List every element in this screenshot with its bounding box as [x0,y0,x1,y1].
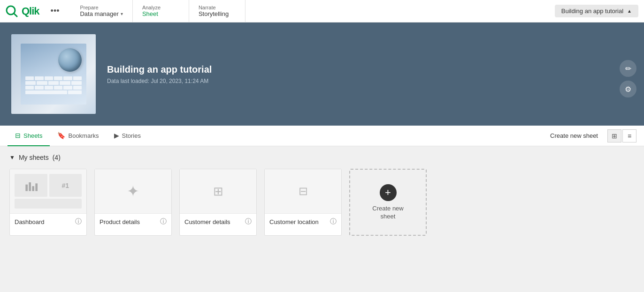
qlik-logo-icon [6,5,18,17]
svg-rect-4 [32,186,34,191]
my-sheets-header: ▼ My sheets (4) [9,154,635,161]
sheet-card-customer-location[interactable]: ⊟ Customer location ⓘ [264,169,342,236]
nav-analyze-bottom: Sheet [142,10,179,17]
app-title-button[interactable]: Building an app tutorial ▲ [555,5,638,17]
customer-details-footer: Customer details ⓘ [180,214,256,230]
stories-tab-label: Stories [122,132,141,139]
settings-icon-button[interactable]: ⚙ [620,81,636,97]
dashboard-footer: Dashboard ⓘ [10,214,86,230]
hero-title: Building an app tutorial [107,64,212,75]
content-area: ▼ My sheets (4) #1 Dashboard ⓘ [0,146,644,292]
svg-line-1 [14,14,17,16]
customer-details-thumbnail: ⊞ [180,169,256,214]
customer-details-info-icon[interactable]: ⓘ [245,217,252,226]
sheet-card-dashboard[interactable]: #1 Dashboard ⓘ [9,169,87,236]
customer-location-name: Customer location [269,218,319,225]
hero-subtitle: Data last loaded: Jul 20, 2023, 11:24 AM [107,78,212,84]
my-sheets-label: My sheets [19,154,49,161]
app-thumbnail [11,34,96,114]
dashboard-info-icon[interactable]: ⓘ [75,217,82,226]
nav-analyze[interactable]: Analyze Sheet [133,0,189,22]
sheet-grid: #1 Dashboard ⓘ ✦ Product details ⓘ ⊞ [9,169,635,236]
keyboard-graphic [25,76,82,95]
top-nav: Qlik ••• Prepare Data manager ▾ Analyze … [0,0,644,22]
sheets-tab-icon: ⊟ [15,132,21,139]
nav-analyze-top: Analyze [142,5,179,10]
thumbnail-inner [21,44,86,105]
grid-icon: ⊞ [213,184,223,199]
sheet-card-customer-details[interactable]: ⊞ Customer details ⓘ [179,169,257,236]
dashboard-thumbnail: #1 [10,169,86,214]
app-title-label: Building an app tutorial [561,7,623,15]
logo-label: Qlik [22,5,39,17]
stories-tab-icon: ▶ [114,132,119,139]
my-sheets-count: (4) [53,154,61,161]
product-thumbnail: ✦ [95,169,171,214]
wide-cell [15,199,82,209]
nav-prepare-bottom: Data manager [80,10,118,17]
table-icon: ⊟ [299,185,308,198]
customer-location-info-icon[interactable]: ⓘ [330,217,337,226]
dashboard-thumb-icons: #1 [10,169,86,213]
create-sheet-label: Create newsheet [372,205,403,221]
tab-bookmarks[interactable]: 🔖 Bookmarks [50,126,106,146]
view-toggle: ⊞ ≡ [607,129,636,142]
tab-stories[interactable]: ▶ Stories [107,126,148,146]
grid-view-icon: ⊞ [612,132,617,140]
svg-rect-3 [29,182,31,191]
grid-view-button[interactable]: ⊞ [607,129,621,142]
gear-icon: ⚙ [625,85,631,94]
hash-cell: #1 [49,174,82,197]
nav-prepare-top: Prepare [80,5,123,10]
create-plus-icon: + [380,184,397,201]
tab-sheets[interactable]: ⊟ Sheets [8,126,50,146]
nav-prepare-bottom-row: Data manager ▾ [80,10,123,17]
customer-location-thumbnail: ⊟ [265,169,341,214]
nav-narrate[interactable]: Narrate Storytelling [189,0,245,22]
app-title-chevron-icon: ▲ [627,8,632,14]
pencil-icon: ✏ [625,64,631,73]
sheets-tab-label: Sheets [23,132,42,139]
list-view-button[interactable]: ≡ [622,129,636,142]
dashboard-name: Dashboard [15,218,45,225]
nav-prepare[interactable]: Prepare Data manager ▾ [70,0,132,22]
create-new-sheet-card[interactable]: + Create newsheet [349,169,427,236]
nav-narrate-top: Narrate [199,5,236,10]
product-info-icon[interactable]: ⓘ [160,217,167,226]
create-new-sheet-button-top[interactable]: Create new sheet [544,132,604,139]
bookmarks-tab-label: Bookmarks [68,132,99,139]
hero-actions: ✏ ⚙ [620,60,636,97]
logo-area: Qlik [6,5,39,17]
puzzle-icon: ✦ [127,182,139,200]
sheet-card-product[interactable]: ✦ Product details ⓘ [94,169,172,236]
svg-rect-2 [25,184,28,191]
customer-details-name: Customer details [184,218,230,225]
more-button[interactable]: ••• [47,4,63,18]
tab-bar: ⊟ Sheets 🔖 Bookmarks ▶ Stories Create ne… [0,126,644,146]
product-footer: Product details ⓘ [95,214,171,230]
bar-chart-cell [15,174,47,197]
list-view-icon: ≡ [628,132,631,140]
hero-info: Building an app tutorial Data last loade… [107,64,212,84]
nav-prepare-arrow: ▾ [121,11,123,16]
svg-rect-5 [35,183,38,191]
product-name: Product details [100,218,140,225]
globe-graphic [58,48,82,72]
edit-icon-button[interactable]: ✏ [620,60,636,77]
nav-narrate-bottom: Storytelling [199,10,236,17]
hero-section: Building an app tutorial Data last loade… [0,22,644,126]
bookmarks-tab-icon: 🔖 [57,132,65,139]
customer-location-footer: Customer location ⓘ [265,214,341,230]
section-toggle-icon[interactable]: ▼ [9,154,15,161]
